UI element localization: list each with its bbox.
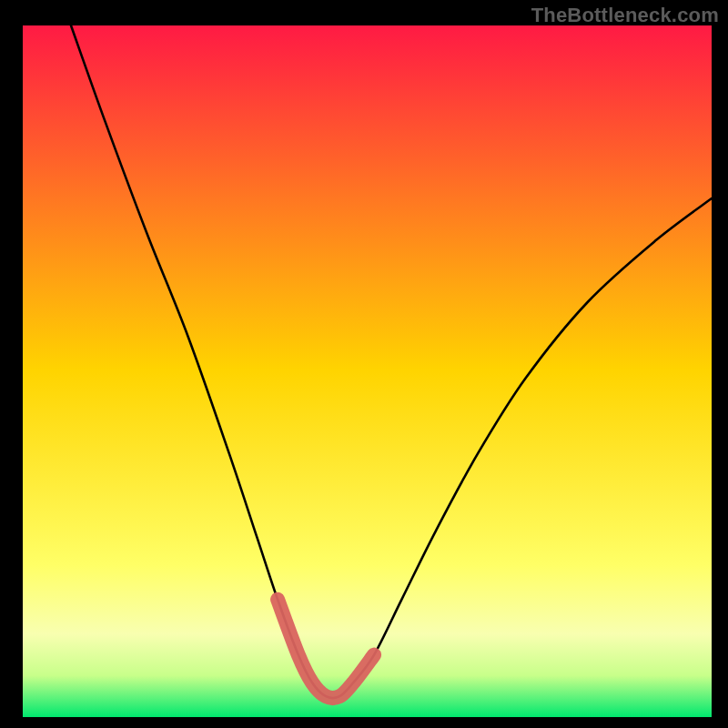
watermark-text: TheBottleneck.com: [531, 4, 719, 27]
gradient-background: [23, 25, 712, 717]
bottleneck-chart: [0, 0, 728, 728]
chart-stage: TheBottleneck.com: [0, 0, 728, 728]
